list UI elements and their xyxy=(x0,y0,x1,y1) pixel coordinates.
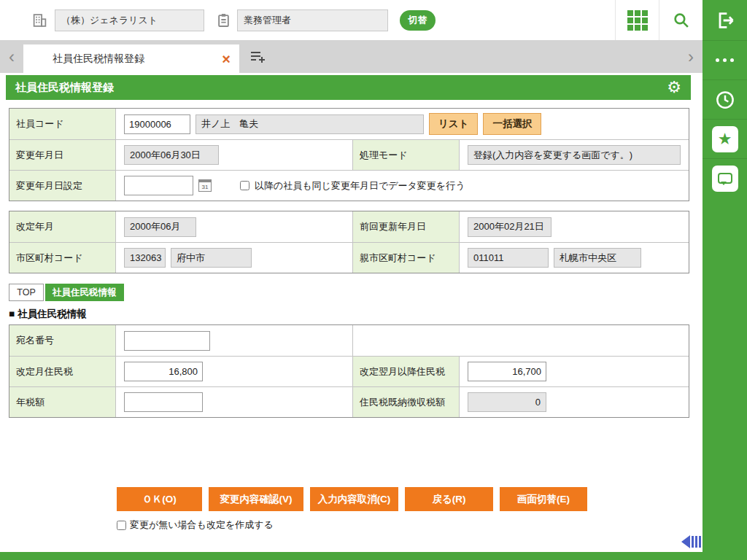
change-date-half: 変更年月日 2000年06月30日 xyxy=(9,140,352,170)
switch-button[interactable]: 切替 xyxy=(400,10,436,31)
speech-bubble-glyph xyxy=(718,173,732,184)
previous-update-label: 前回更新年月日 xyxy=(353,211,460,242)
form-table-revision: 改定年月 2000年06月 前回更新年月日 2000年02月21日 xyxy=(9,211,689,273)
annual-tax-input[interactable] xyxy=(124,392,203,412)
row-employee-code: 社員コード 井ノ上 亀夫 リスト 一括選択 xyxy=(9,109,689,139)
list-button[interactable]: リスト xyxy=(429,113,478,135)
revision-month-field: 2000年06月 xyxy=(124,217,196,237)
back-button[interactable]: 戻る(R) xyxy=(405,487,493,511)
section-tab-top[interactable]: TOP xyxy=(9,284,44,301)
feedback-bubble-icon[interactable] xyxy=(703,158,747,198)
revision-month-tax-input[interactable] xyxy=(124,362,203,381)
section-title: ■ 社員住民税情報 xyxy=(9,308,689,321)
tab-scroll-left-icon[interactable]: ‹ xyxy=(0,40,23,73)
employee-code-cell: 井ノ上 亀夫 リスト 一括選択 xyxy=(116,109,689,139)
municipality-code-field: 132063 xyxy=(124,248,166,268)
top-bar: 切替 xyxy=(0,0,703,40)
cancel-input-button[interactable]: 入力内容取消(C) xyxy=(310,487,398,511)
paid-tax-label: 住民税既納徴収税額 xyxy=(353,387,460,417)
confirm-changes-button[interactable]: 変更内容確認(V) xyxy=(209,487,303,511)
row-revision-tax: 改定月住民税 改定翌月以降住民税 xyxy=(9,356,689,386)
footer-checkbox-row: 変更が無い場合も改定を作成する xyxy=(9,518,689,532)
right-sidebar: ★ xyxy=(703,0,747,560)
search-icon[interactable] xyxy=(659,0,703,40)
role-input[interactable] xyxy=(237,9,388,31)
atena-input[interactable] xyxy=(124,331,210,351)
previous-update-field: 2000年02月21日 xyxy=(468,217,551,237)
panel-collapse-icon[interactable] xyxy=(681,535,701,548)
switch-screen-button[interactable]: 画面切替(E) xyxy=(500,487,587,511)
star-glyph: ★ xyxy=(718,131,732,147)
create-revision-checkbox[interactable] xyxy=(117,521,126,530)
company-input[interactable] xyxy=(55,9,204,31)
parent-municipality-code-label: 親市区町村コード xyxy=(353,243,460,273)
tab-close-icon[interactable]: × xyxy=(222,52,231,66)
municipality-code-label: 市区町村コード xyxy=(9,243,116,273)
after-next-month-tax-label: 改定翌月以降住民税 xyxy=(353,357,460,386)
paid-tax-field: 0 xyxy=(468,392,546,412)
row-municipality: 市区町村コード 132063 府中市 親市区町村コード 011011 札幌市中央… xyxy=(9,242,689,273)
employee-code-input[interactable] xyxy=(124,114,190,134)
municipality-name-field: 府中市 xyxy=(171,248,252,268)
history-icon[interactable] xyxy=(703,79,747,119)
form-table-main: 社員コード 井ノ上 亀夫 リスト 一括選択 変更年月日 2000年06月30日 xyxy=(9,108,689,201)
app-window: 切替 xyxy=(0,0,747,560)
new-tab-icon[interactable] xyxy=(249,50,267,64)
after-next-month-tax-input[interactable] xyxy=(468,362,546,381)
apply-following-employees-checkbox[interactable] xyxy=(240,181,249,190)
bottom-bar xyxy=(0,552,703,560)
change-date-label: 変更年月日 xyxy=(9,140,116,170)
ok-button[interactable]: ＯＫ(O) xyxy=(117,487,202,511)
row-atena: 宛名番号 xyxy=(9,325,689,356)
apply-following-employees-label: 以降の社員も同じ変更年月日でデータ変更を行う xyxy=(255,179,465,192)
process-mode-label: 処理モード xyxy=(353,140,460,170)
change-date-setting-label: 変更年月日設定 xyxy=(9,171,116,201)
row-change-date: 変更年月日 2000年06月30日 処理モード 登録(入力内容を変更する画面です… xyxy=(9,139,689,170)
change-date-field: 2000年06月30日 xyxy=(124,145,219,165)
apps-grid-icon[interactable] xyxy=(615,0,659,40)
annual-tax-label: 年税額 xyxy=(9,387,116,417)
revision-month-tax-label: 改定月住民税 xyxy=(9,357,116,386)
process-mode-half: 処理モード 登録(入力内容を変更する画面です。) xyxy=(352,140,689,170)
more-menu-icon[interactable] xyxy=(703,40,747,79)
change-date-setting-input[interactable] xyxy=(124,176,193,195)
main-content: 社員住民税情報登録 ⚙ 社員コード 井ノ上 亀夫 リスト 一括選択 変更 xyxy=(0,73,703,552)
tab-label: 社員住民税情報登録 xyxy=(53,52,144,66)
employee-code-label: 社員コード xyxy=(9,109,116,139)
calendar-icon[interactable]: 31 xyxy=(198,179,212,192)
page-header: 社員住民税情報登録 ⚙ xyxy=(6,75,691,100)
logout-icon[interactable] xyxy=(703,0,747,40)
page-title: 社員住民税情報登録 xyxy=(15,81,114,95)
action-buttons: ＯＫ(O) 変更内容確認(V) 入力内容取消(C) 戻る(R) 画面切替(E) xyxy=(9,487,689,511)
atena-label: 宛名番号 xyxy=(9,325,116,356)
row-annual-tax: 年税額 住民税既納徴収税額 0 xyxy=(9,386,689,417)
atena-empty-cell xyxy=(353,325,689,356)
building-icon xyxy=(32,13,47,28)
row-revision-month: 改定年月 2000年06月 前回更新年月日 2000年02月21日 xyxy=(9,211,689,242)
clipboard-role-icon xyxy=(217,13,230,27)
settings-gear-icon[interactable]: ⚙ xyxy=(667,79,681,96)
parent-municipality-name-field: 札幌市中央区 xyxy=(554,248,641,268)
tax-table: 宛名番号 改定月住民税 改定翌月以降住民 xyxy=(9,324,689,418)
topbar-actions xyxy=(615,0,703,40)
create-revision-label: 変更が無い場合も改定を作成する xyxy=(130,518,274,532)
tab-bar: ‹ 社員住民税情報登録 × › xyxy=(0,40,703,73)
favorites-star-icon[interactable]: ★ xyxy=(703,119,747,158)
section-tabs: TOP 社員住民税情報 xyxy=(9,284,689,301)
employee-name-field: 井ノ上 亀夫 xyxy=(196,114,424,134)
process-mode-field: 登録(入力内容を変更する画面です。) xyxy=(468,145,681,165)
bulk-select-button[interactable]: 一括選択 xyxy=(483,113,541,135)
tab-active[interactable]: 社員住民税情報登録 × xyxy=(23,44,239,73)
section-tab-resident-tax[interactable]: 社員住民税情報 xyxy=(45,284,124,301)
row-change-date-setting: 変更年月日設定 31 以降の社員も同じ変更年月日でデータ変更を行う xyxy=(9,170,689,201)
form-area: 社員コード 井ノ上 亀夫 リスト 一括選択 変更年月日 2000年06月30日 xyxy=(9,108,689,532)
tab-scroll-right-icon[interactable]: › xyxy=(679,40,703,73)
revision-month-label: 改定年月 xyxy=(9,211,116,242)
parent-municipality-code-field: 011011 xyxy=(468,248,549,268)
